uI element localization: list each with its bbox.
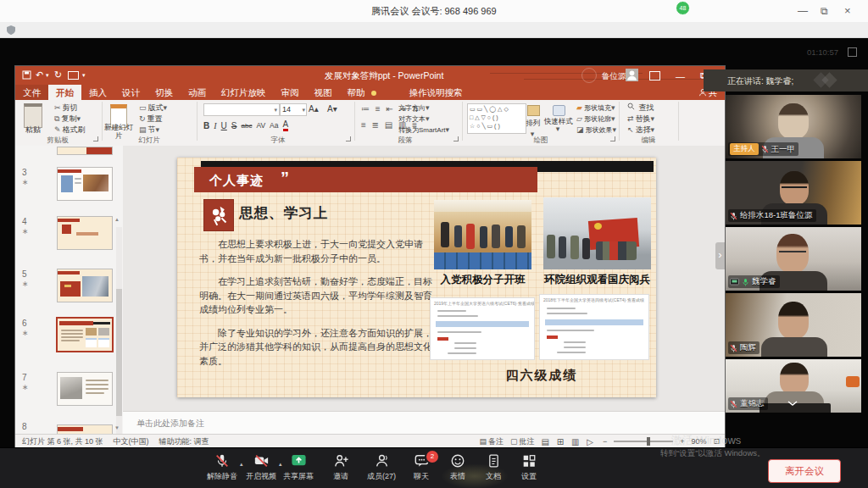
italic-button[interactable]: I (214, 121, 216, 130)
window-minimize-icon[interactable]: — (798, 6, 808, 16)
clear-formatting-button[interactable]: abc (241, 122, 252, 130)
drawing-dialog-launcher[interactable] (610, 136, 615, 141)
tab-slideshow[interactable]: 幻灯片放映 (214, 85, 274, 100)
notes-pane[interactable]: 单击此处添加备注 (123, 411, 725, 435)
layout-button[interactable]: ▭版式▾ (139, 103, 169, 114)
convert-smartart-button[interactable]: 转换为SmartArt▾ (398, 125, 451, 136)
slide-6-thumbnail-selected[interactable] (58, 319, 112, 351)
font-size-combo[interactable]: 14▾ (280, 103, 307, 116)
strikethrough-button[interactable]: S (231, 121, 237, 130)
quick-styles-button[interactable]: 快速样式▾ (544, 118, 573, 133)
slide-4-thumbnail[interactable] (58, 217, 112, 249)
tab-help[interactable]: 帮助 (340, 85, 373, 100)
quote-mark: ” (281, 169, 289, 188)
tab-review[interactable]: 审阅 (274, 85, 307, 100)
notes-toggle[interactable]: ▤备注 (480, 436, 504, 447)
redo-icon[interactable]: ↻ (54, 69, 62, 80)
undo-dropdown-icon[interactable]: ▾ (46, 72, 49, 79)
align-text-button[interactable]: 对齐文本▾ (398, 114, 431, 125)
bold-button[interactable]: B (203, 121, 209, 130)
thumb-photo (82, 276, 108, 297)
window-maximize-icon[interactable]: ⧉ (821, 6, 828, 16)
share-screen-button[interactable]: 共享屏幕 (276, 453, 320, 482)
notes-placeholder[interactable]: 单击此处添加备注 (136, 418, 204, 430)
participant-name: 董锦志 (740, 398, 765, 409)
video-tile-participant-5[interactable]: 董锦志 (726, 359, 861, 413)
tab-animations[interactable]: 动画 (181, 85, 214, 100)
slide-7-thumbnail[interactable] (58, 373, 112, 405)
zoom-out-icon[interactable]: − (603, 437, 607, 446)
shape-fill-button[interactable]: ▰形状填充▾ (576, 103, 616, 114)
qat-customize-icon[interactable]: ▾ (82, 72, 86, 79)
zoom-slider-thumb[interactable] (647, 437, 650, 446)
photo-flag-group (543, 197, 651, 269)
video-tile-participant-4[interactable]: 陶辉 (726, 293, 861, 357)
slide-3-thumbnail[interactable] (58, 168, 112, 200)
paste-button[interactable]: 粘贴 (19, 125, 47, 136)
tab-file[interactable]: 文件 (15, 85, 48, 100)
notification-badge[interactable]: 48 (676, 1, 690, 15)
zoom-slider[interactable] (614, 441, 673, 442)
accessibility-status[interactable]: 辅助功能: 调查 (159, 436, 209, 447)
tab-view[interactable]: 视图 (307, 85, 340, 100)
account-name[interactable]: 鲁位源 (602, 71, 626, 82)
paragraph-dialog-launcher[interactable] (453, 136, 459, 141)
change-case-button[interactable]: Aa (270, 121, 278, 130)
scroll-up-icon[interactable]: ▲ (114, 217, 120, 222)
tab-design[interactable]: 设计 (114, 85, 147, 100)
ppt-minimize-icon[interactable]: — (676, 71, 685, 81)
thumbnail-scrollbar-thumb[interactable] (116, 289, 122, 416)
window-close-icon[interactable]: × (844, 5, 851, 16)
replace-button[interactable]: ⇄替换▾ (627, 114, 656, 125)
undo-icon[interactable]: ↶ (36, 69, 43, 80)
grow-font-icon[interactable]: A▴ (309, 104, 319, 114)
video-tile-participant-1[interactable]: 主持人 王一甲 (726, 95, 861, 158)
clipboard-dialog-launcher[interactable] (93, 136, 98, 141)
shape-effects-button[interactable]: ◪形状效果▾ (576, 125, 618, 136)
expand-chevron-down-icon[interactable] (787, 400, 798, 407)
invite-button[interactable]: 邀请 (319, 453, 363, 482)
start-slideshow-icon[interactable] (68, 71, 79, 80)
text-direction-button[interactable]: 文字方向▾ (398, 103, 431, 114)
unmute-button[interactable]: 解除静音 (200, 453, 244, 482)
score-line (547, 313, 587, 314)
slide-2-thumbnail-partial[interactable] (58, 147, 112, 154)
scores-caption: 四六级成绩 (457, 368, 626, 384)
scroll-down-icon[interactable]: ▼ (114, 425, 120, 430)
format-painter-button[interactable]: ✎格式刷 (54, 125, 86, 136)
comments-toggle[interactable]: ▢批注 (510, 436, 535, 447)
font-name-combo[interactable]: ▾ (203, 103, 280, 116)
underline-button[interactable]: U (221, 121, 227, 130)
leave-meeting-button[interactable]: 离开会议 (768, 459, 841, 483)
fullscreen-icon[interactable] (848, 47, 857, 57)
tab-insert[interactable]: 插入 (81, 85, 114, 100)
video-tile-participant-2[interactable]: 给排水18-1班鲁位源 (726, 161, 861, 225)
avatar[interactable] (626, 69, 638, 81)
settings-button[interactable]: 设置 (507, 453, 551, 482)
save-icon[interactable] (22, 70, 31, 80)
slide-8-thumbnail-partial[interactable] (58, 425, 112, 434)
find-button[interactable]: 查找 (627, 103, 654, 114)
tab-transitions[interactable]: 切换 (147, 85, 181, 100)
language-indicator[interactable]: 中文(中国) (114, 436, 149, 447)
cut-button[interactable]: ✂剪切 (54, 103, 78, 114)
shapes-gallery[interactable]: ▭ ▭ ╲ ◯ △ ◇ □ △ ▽ ○ ( ) ☆ ○ ╲ ▭ ( ) (467, 103, 526, 134)
character-spacing-button[interactable]: AV (256, 121, 265, 130)
slide-5-thumbnail[interactable] (58, 269, 112, 302)
shape-outline-button[interactable]: ▱形状轮廓▾ (576, 114, 616, 125)
section-button[interactable]: ▤节▾ (139, 125, 161, 136)
video-tile-participant-3[interactable]: 魏学睿 (726, 227, 861, 291)
ribbon-display-options-icon[interactable] (649, 71, 660, 80)
members-button[interactable]: 成员(27) (359, 453, 403, 482)
font-dialog-launcher[interactable] (346, 136, 351, 141)
slide-6-canvas[interactable]: 个人事迹 ” 思想、学习上 在思想上要求积极上进，于大一向党提交入党申请书，并在… (177, 158, 656, 397)
copy-button[interactable]: ⧉复制▾ (54, 114, 82, 125)
select-button[interactable]: ↖选择▾ (627, 125, 656, 136)
tab-home[interactable]: 开始 (48, 85, 81, 100)
font-color-button[interactable]: A (283, 119, 289, 131)
sidebar-collapse-handle[interactable]: › (715, 242, 725, 269)
reset-button[interactable]: ↻重置 (139, 114, 163, 125)
shrink-font-icon[interactable]: A▾ (327, 104, 337, 114)
tellme-search[interactable]: 操作说明搜索 (402, 85, 470, 100)
view-switcher-icons[interactable]: ▤ ⊞ ▥ ▷ (542, 437, 596, 446)
